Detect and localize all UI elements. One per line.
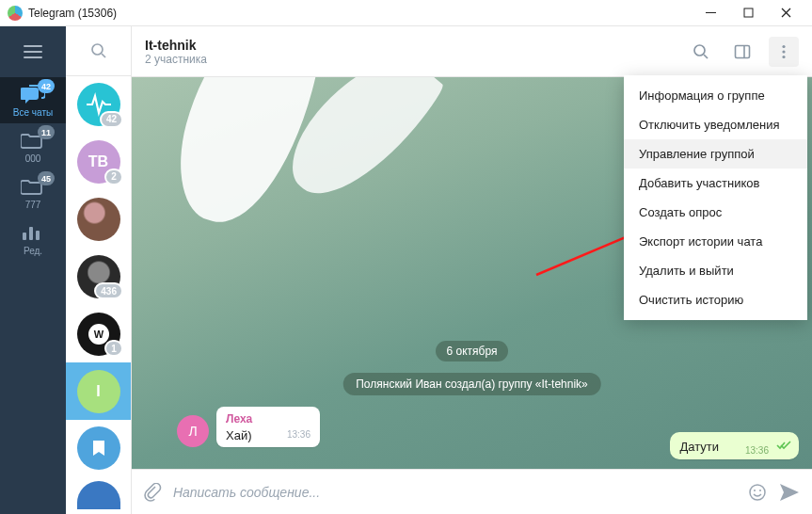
app-logo	[8, 6, 23, 21]
chat-badge: 2	[104, 169, 123, 185]
emoji-button[interactable]	[748, 483, 767, 502]
sidebar-toggle-button[interactable]	[727, 37, 757, 67]
svg-line-9	[704, 55, 708, 58]
chat-item[interactable]	[66, 420, 131, 477]
chat-item[interactable]: 42	[66, 76, 131, 134]
chat-title[interactable]: It-tehnik	[145, 38, 207, 53]
chat-panel: It-tehnik 2 участника 6 октября Полянски…	[132, 26, 812, 514]
bookmark-icon	[88, 438, 109, 458]
menu-create-poll[interactable]: Создать опрос	[624, 198, 807, 227]
titlebar: Telegram (15306)	[0, 0, 812, 26]
menu-mute[interactable]: Отключить уведомления	[624, 110, 807, 139]
svg-point-8	[694, 45, 705, 56]
chat-badge: 42	[100, 111, 123, 128]
paperclip-icon	[143, 483, 162, 502]
chat-item[interactable]	[66, 191, 131, 249]
smile-icon	[748, 483, 767, 502]
message-text: Датути	[679, 440, 719, 454]
svg-point-16	[750, 485, 765, 500]
avatar: I	[77, 370, 120, 413]
chat-item-active[interactable]: I	[66, 362, 131, 420]
menu-add-members[interactable]: Добавить участников	[624, 169, 807, 198]
message-outgoing: Датути 13:36	[670, 432, 799, 459]
menu-clear-history[interactable]: Очистить историю	[624, 285, 807, 314]
chat-item[interactable]	[66, 477, 131, 514]
chat-item[interactable]: W 1	[66, 305, 131, 362]
svg-text:W: W	[93, 329, 103, 340]
chatlist-search-button[interactable]	[66, 26, 131, 76]
message-incoming: Л Леха Хай) 13:36	[177, 407, 320, 447]
header-search-button[interactable]	[686, 37, 716, 67]
chat-badge: 1	[104, 340, 123, 357]
svg-line-5	[102, 54, 105, 57]
chat-badge: 436	[94, 282, 123, 299]
rail-badge: 42	[38, 79, 55, 93]
menu-manage-group[interactable]: Управление группой	[624, 139, 807, 169]
svg-rect-1	[744, 8, 753, 17]
send-icon	[778, 482, 801, 503]
rail-badge: 11	[38, 125, 55, 139]
message-time: 13:36	[745, 445, 769, 456]
svg-point-13	[782, 50, 785, 53]
message-text: Хай)	[226, 428, 252, 442]
more-vertical-icon	[775, 43, 792, 60]
rail-item-edit[interactable]: Ред.	[0, 216, 66, 262]
close-button[interactable]	[767, 0, 804, 26]
menu-export-history[interactable]: Экспорт истории чата	[624, 227, 807, 256]
search-icon	[693, 43, 709, 60]
svg-point-18	[759, 490, 761, 491]
composer	[132, 469, 812, 514]
menu-delete-leave[interactable]: Удалить и выйти	[624, 256, 807, 285]
chat-item[interactable]: 436	[66, 248, 131, 305]
folder-rail: 42 Все чаты 11 000 45 777 Ред.	[0, 26, 66, 514]
svg-point-14	[782, 55, 785, 57]
rail-item-folder-000[interactable]: 11 000	[0, 123, 66, 169]
attach-button[interactable]	[143, 483, 162, 502]
message-input[interactable]	[173, 485, 737, 500]
search-icon	[90, 42, 107, 59]
svg-point-4	[92, 44, 103, 55]
read-ticks-icon	[776, 438, 791, 455]
rail-label: Все чаты	[13, 107, 53, 118]
svg-rect-10	[736, 45, 750, 57]
message-avatar[interactable]: Л	[177, 415, 209, 447]
hamburger-icon	[24, 45, 42, 58]
more-menu-dropdown: Информация о группе Отключить уведомлени…	[624, 75, 807, 320]
rail-badge: 45	[38, 171, 55, 185]
chat-header: It-tehnik 2 участника	[132, 26, 812, 77]
system-message: Полянский Иван создал(а) группу «It-tehn…	[342, 373, 601, 395]
equalizer-icon	[21, 223, 45, 244]
maximize-button[interactable]	[729, 0, 767, 26]
chat-subtitle: 2 участника	[145, 53, 207, 66]
minimize-button[interactable]	[692, 0, 729, 26]
svg-point-17	[754, 490, 756, 491]
panel-icon	[734, 43, 751, 60]
hamburger-button[interactable]	[0, 26, 66, 77]
rail-label: 000	[25, 153, 41, 164]
date-separator: 6 октября	[436, 341, 509, 361]
rail-item-all-chats[interactable]: 42 Все чаты	[0, 77, 66, 123]
avatar	[77, 198, 120, 241]
more-menu-button[interactable]	[769, 37, 799, 67]
message-sender: Леха	[226, 412, 310, 426]
message-bubble[interactable]: Датути 13:36	[670, 432, 799, 459]
rail-item-folder-777[interactable]: 45 777	[0, 169, 66, 216]
window-title: Telegram (15306)	[28, 7, 117, 20]
rail-label: 777	[25, 200, 41, 210]
message-time: 13:36	[287, 429, 310, 440]
message-bubble[interactable]: Леха Хай) 13:36	[216, 407, 320, 447]
chat-item[interactable]: ТВ 2	[66, 134, 131, 191]
avatar	[77, 426, 120, 470]
send-button[interactable]	[778, 482, 801, 503]
rail-label: Ред.	[24, 246, 42, 256]
svg-point-12	[782, 44, 785, 47]
avatar	[77, 481, 120, 509]
menu-group-info[interactable]: Информация о группе	[624, 81, 807, 110]
chat-list: 42 ТВ 2 436 W 1 I	[66, 26, 132, 514]
